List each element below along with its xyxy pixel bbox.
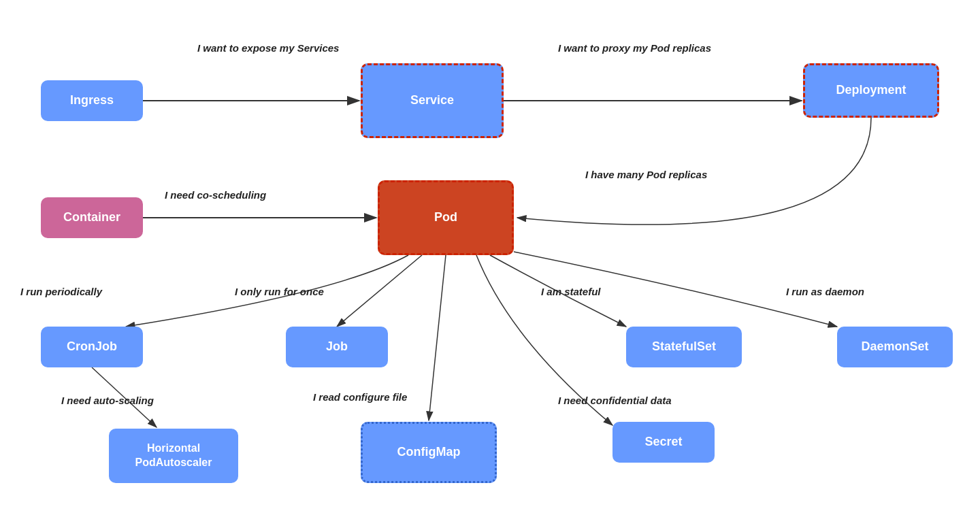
node-configmap: ConfigMap <box>361 422 497 483</box>
label-run-periodically: I run periodically <box>20 286 102 297</box>
node-job: Job <box>286 327 388 367</box>
label-run-as-daemon: I run as daemon <box>786 286 864 297</box>
label-confidential-data: I need confidential data <box>558 395 672 406</box>
node-hpa: Horizontal PodAutoscaler <box>109 429 238 483</box>
diagram-container: Ingress Service Deployment Container Pod… <box>0 0 980 530</box>
label-configure-file: I read configure file <box>313 391 407 403</box>
node-deployment: Deployment <box>803 63 939 118</box>
node-service: Service <box>361 63 504 138</box>
node-daemonset: DaemonSet <box>837 327 953 367</box>
label-co-scheduling: I need co-scheduling <box>165 189 266 201</box>
node-cronjob: CronJob <box>41 327 143 367</box>
node-secret: Secret <box>612 422 715 463</box>
label-auto-scaling: I need auto-scaling <box>61 395 154 406</box>
label-am-stateful: I am stateful <box>541 286 601 297</box>
svg-line-5 <box>337 255 422 327</box>
node-ingress: Ingress <box>41 80 143 121</box>
label-run-for-once: I only run for once <box>235 286 324 297</box>
label-expose-services: I want to expose my Services <box>197 42 339 54</box>
svg-line-6 <box>429 255 446 420</box>
node-pod: Pod <box>378 180 514 255</box>
node-statefulset: StatefulSet <box>626 327 742 367</box>
label-many-replicas: I have many Pod replicas <box>585 169 707 180</box>
label-proxy-replicas: I want to proxy my Pod replicas <box>558 42 711 54</box>
node-container: Container <box>41 197 143 238</box>
